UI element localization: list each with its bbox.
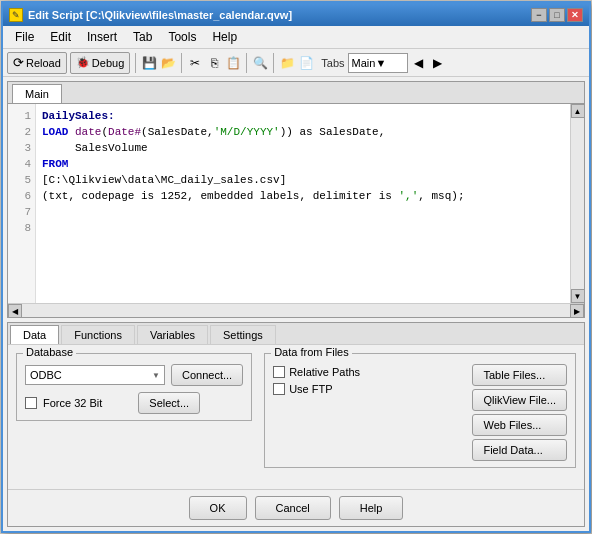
cancel-button[interactable]: Cancel [255,496,331,520]
connect-button[interactable]: Connect... [171,364,243,386]
editor-tab-main[interactable]: Main [12,84,62,103]
data-files-checkboxes: Relative Paths Use FTP [273,364,360,461]
tabs-combo[interactable]: Main ▼ [348,53,408,73]
database-row: ODBC ▼ Connect... [25,364,243,386]
data-files-label: Data from Files [271,346,352,358]
window-icon: ✎ [9,8,23,22]
menu-edit[interactable]: Edit [42,28,79,46]
use-ftp-row: Use FTP [273,383,360,395]
editor-content: 1 2 3 4 5 6 7 8 DailySales: LOAD date(Da… [8,104,584,303]
ok-button[interactable]: OK [189,496,247,520]
tab-variables[interactable]: Variables [137,325,208,344]
data-files-buttons: Table Files... QlikView File... Web File… [472,364,567,461]
data-tab-content: Database ODBC ▼ Connect... Force 32 Bit [16,353,576,468]
scroll-right-btn[interactable]: ▶ [570,304,584,318]
database-value: ODBC [30,369,62,381]
title-bar: ✎ Edit Script [C:\Qlikview\files\master_… [3,4,589,26]
minimize-button[interactable]: − [531,8,547,22]
maximize-button[interactable]: □ [549,8,565,22]
force32-row: Force 32 Bit Select... [25,392,243,414]
nav-right-icon[interactable]: ▶ [430,55,446,71]
open-icon[interactable]: 📂 [160,55,176,71]
tabs-combo-value: Main [352,57,376,69]
script-icon[interactable]: 📄 [298,55,314,71]
footer: OK Cancel Help [8,489,584,526]
code-editor[interactable]: DailySales: LOAD date(Date#(SalesDate,'M… [36,104,570,303]
scroll-up-btn[interactable]: ▲ [571,104,585,118]
scroll-down-btn[interactable]: ▼ [571,289,585,303]
web-files-button[interactable]: Web Files... [472,414,567,436]
relative-paths-checkbox[interactable] [273,366,285,378]
select-button[interactable]: Select... [138,392,200,414]
menu-insert[interactable]: Insert [79,28,125,46]
toolbar: ⟳ Reload 🐞 Debug 💾 📂 ✂ ⎘ 📋 🔍 📁 📄 Tabs Ma… [3,49,589,77]
database-group-label: Database [23,346,76,358]
bottom-content: Database ODBC ▼ Connect... Force 32 Bit [8,345,584,489]
menu-tab[interactable]: Tab [125,28,160,46]
menubar: File Edit Insert Tab Tools Help [3,26,589,49]
use-ftp-checkbox[interactable] [273,383,285,395]
editor-tab-row: Main [8,82,584,104]
menu-file[interactable]: File [7,28,42,46]
paste-icon[interactable]: 📋 [225,55,241,71]
search-icon[interactable]: 🔍 [252,55,268,71]
bottom-tabs-row: Data Functions Variables Settings [8,323,584,345]
editor-panel: Main 1 2 3 4 5 6 7 8 DailySales: LOAD da… [7,81,585,318]
select-btn-wrapper: Select... [138,392,200,414]
separator-4 [273,53,274,73]
force32-label: Force 32 Bit [43,397,102,409]
debug-label: Debug [92,57,124,69]
data-files-group: Data from Files Relative Paths Use FTP [264,353,576,468]
tab-functions[interactable]: Functions [61,325,135,344]
reload-icon: ⟳ [13,55,24,70]
save-icon[interactable]: 💾 [141,55,157,71]
line-numbers: 1 2 3 4 5 6 7 8 [8,104,36,303]
folder-icon[interactable]: 📁 [279,55,295,71]
separator-1 [135,53,136,73]
tabs-label: Tabs [321,57,344,69]
field-data-button[interactable]: Field Data... [472,439,567,461]
force32-checkbox[interactable] [25,397,37,409]
editor-scrollbar-v[interactable]: ▲ ▼ [570,104,584,303]
debug-icon: 🐞 [76,56,90,69]
use-ftp-label: Use FTP [289,383,332,395]
title-buttons: − □ ✕ [531,8,583,22]
nav-left-icon[interactable]: ◀ [411,55,427,71]
database-combo[interactable]: ODBC ▼ [25,365,165,385]
bottom-panel: Data Functions Variables Settings Databa… [7,322,585,527]
close-button[interactable]: ✕ [567,8,583,22]
reload-button[interactable]: ⟳ Reload [7,52,67,74]
table-files-button[interactable]: Table Files... [472,364,567,386]
separator-3 [246,53,247,73]
help-button[interactable]: Help [339,496,404,520]
combo-arrow-icon: ▼ [152,371,160,380]
tabs-combo-arrow: ▼ [375,57,386,69]
cut-icon[interactable]: ✂ [187,55,203,71]
main-area: Main 1 2 3 4 5 6 7 8 DailySales: LOAD da… [3,77,589,531]
relative-paths-row: Relative Paths [273,366,360,378]
tab-data[interactable]: Data [10,325,59,344]
menu-tools[interactable]: Tools [160,28,204,46]
debug-button[interactable]: 🐞 Debug [70,52,130,74]
data-files-inner: Relative Paths Use FTP Table Files... Ql… [273,364,567,461]
editor-scrollbar-h[interactable]: ◀ ▶ [8,303,584,317]
title-bar-left: ✎ Edit Script [C:\Qlikview\files\master_… [9,8,292,22]
window-title: Edit Script [C:\Qlikview\files\master_ca… [28,9,292,21]
menu-help[interactable]: Help [204,28,245,46]
database-group: Database ODBC ▼ Connect... Force 32 Bit [16,353,252,421]
tab-settings[interactable]: Settings [210,325,276,344]
qlikview-file-button[interactable]: QlikView File... [472,389,567,411]
scroll-track-h[interactable] [22,304,570,317]
reload-label: Reload [26,57,61,69]
separator-2 [181,53,182,73]
copy-icon[interactable]: ⎘ [206,55,222,71]
scroll-left-btn[interactable]: ◀ [8,304,22,318]
scroll-track-v[interactable] [571,118,584,289]
relative-paths-label: Relative Paths [289,366,360,378]
main-window: ✎ Edit Script [C:\Qlikview\files\master_… [1,1,591,533]
